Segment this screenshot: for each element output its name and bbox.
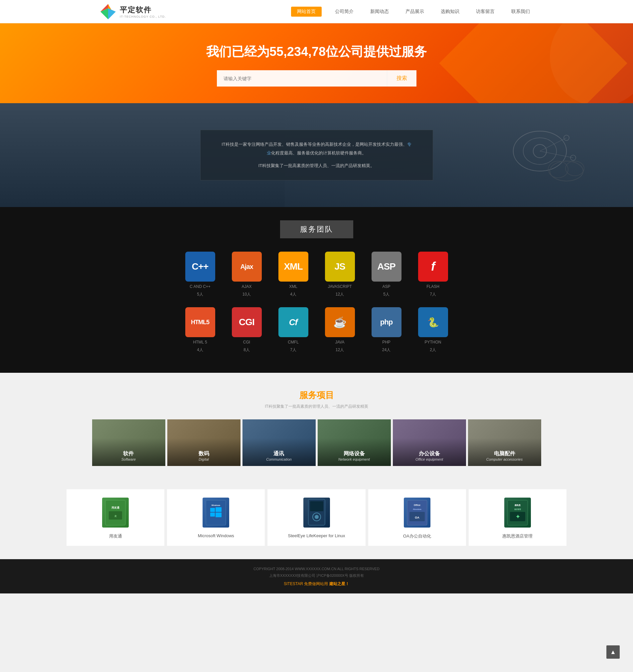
nav-item-news[interactable]: 新闻动态 bbox=[367, 7, 392, 16]
nav-item-about[interactable]: 公司简介 bbox=[332, 7, 357, 16]
php-icon: php bbox=[372, 307, 402, 337]
js-icon: JS bbox=[325, 251, 355, 282]
logo-subtitle: IT-TECHNOLOGY CO., LTD. bbox=[120, 15, 166, 18]
about-text2: IT科技聚集了一批高素质的管理人员、一流的产品研发精英。 bbox=[221, 162, 413, 170]
team-item-python: 🐍 PYTHON 2人 bbox=[415, 307, 451, 353]
hero-banner: 我们已经为55,234,78位公司提供过服务 搜索 bbox=[0, 23, 633, 103]
team-item-xml: XML XML 4人 bbox=[275, 251, 312, 297]
service-card-office[interactable]: 办公设备 Office equipment bbox=[393, 419, 466, 466]
svg-rect-26 bbox=[210, 512, 215, 517]
nav-item-home[interactable]: 网站首页 bbox=[291, 7, 322, 17]
product-box-windows: Windows bbox=[203, 498, 229, 528]
service-digital-sub: Digital bbox=[199, 457, 209, 461]
product-box-hotel: 惠凯恩 酒店管理 ✦ bbox=[504, 498, 531, 528]
flash-label: FLASH bbox=[426, 284, 439, 289]
asp-icon: ASP bbox=[372, 251, 402, 282]
ajax-icon: Ajax bbox=[232, 251, 262, 282]
svg-rect-27 bbox=[216, 512, 222, 517]
xml-count: 4人 bbox=[290, 292, 296, 297]
flash-icon: f bbox=[418, 251, 448, 282]
svg-point-32 bbox=[315, 515, 319, 519]
service-office-title: 办公设备 bbox=[415, 450, 443, 457]
svg-rect-24 bbox=[210, 508, 215, 512]
svg-text:友: 友 bbox=[114, 515, 117, 517]
svg-marker-3 bbox=[108, 8, 116, 19]
python-label: PYTHON bbox=[425, 340, 441, 344]
team-item-html5: HTML5 HTML 5 4人 bbox=[182, 307, 219, 353]
service-subtitle: IT科技聚集了一批高素质的管理人员、一流的产品研发精英 bbox=[67, 404, 566, 409]
svg-rect-30 bbox=[310, 501, 323, 511]
svg-text:惠凯恩: 惠凯恩 bbox=[514, 504, 521, 506]
team-item-js: JS JAVASCRIPT 12人 bbox=[322, 251, 358, 297]
main-nav: 网站首页 公司简介 新闻动态 产品展示 选购知识 访客留言 联系我们 bbox=[291, 7, 533, 17]
product-box-yyt: 用友通 友 bbox=[102, 498, 129, 528]
product-card-windows[interactable]: Windows Microsoft Windows bbox=[167, 489, 265, 546]
cpp-icon: C++ bbox=[185, 251, 215, 282]
about-link[interactable]: 专业 bbox=[267, 142, 411, 155]
service-computer-title: 电脑配件 bbox=[486, 450, 523, 457]
cmfl-icon: Cf bbox=[278, 307, 308, 337]
product-box-steeleye bbox=[303, 498, 330, 528]
nav-item-guestbook[interactable]: 访客留言 bbox=[473, 7, 498, 16]
product-label-yyt: 用友通 bbox=[109, 533, 122, 539]
cmfl-count: 7人 bbox=[290, 347, 296, 353]
java-icon: ☕ bbox=[325, 307, 355, 337]
product-label-hotel: 惠凯恩酒店管理 bbox=[502, 533, 533, 539]
logo-name: 平定软件 bbox=[120, 5, 166, 15]
product-label-oa: OA办公自动化 bbox=[403, 533, 431, 539]
team-item-php: php PHP 24人 bbox=[368, 307, 405, 353]
svg-text:酒店管理: 酒店管理 bbox=[514, 508, 521, 510]
team-section: 服务团队 C++ C AND C++ 5人 Ajax AJAX 10人 XML … bbox=[0, 207, 633, 373]
xml-icon: XML bbox=[278, 251, 308, 282]
html5-count: 4人 bbox=[197, 347, 203, 353]
service-card-software[interactable]: 软件 Software bbox=[92, 419, 165, 466]
js-label: JAVASCRIPT bbox=[328, 284, 352, 289]
nav-item-products[interactable]: 产品展示 bbox=[402, 7, 427, 16]
python-count: 2人 bbox=[430, 347, 436, 353]
service-network-title: 网络设备 bbox=[338, 450, 370, 457]
hero-title: 我们已经为55,234,78位公司提供过服务 bbox=[7, 43, 626, 60]
service-card-network[interactable]: 网络设备 Network equipment bbox=[318, 419, 391, 466]
team-item-java: ☕ JAVA 12人 bbox=[322, 307, 358, 353]
cgi-label: CGI bbox=[243, 340, 250, 344]
service-computer-sub: Computer accessories bbox=[486, 457, 523, 461]
team-item-ajax: Ajax AJAX 10人 bbox=[229, 251, 265, 297]
service-card-digital[interactable]: 数码 Digital bbox=[167, 419, 240, 466]
search-input[interactable] bbox=[217, 70, 387, 87]
logo-text: 平定软件 IT-TECHNOLOGY CO., LTD. bbox=[120, 5, 166, 18]
html5-label: HTML 5 bbox=[193, 340, 207, 344]
team-item-cmfl: Cf CMFL 7人 bbox=[275, 307, 312, 353]
product-card-steeleye[interactable]: SteelEye LifeKeeper for Linux bbox=[268, 489, 365, 546]
service-office-sub: Office equipment bbox=[415, 457, 443, 461]
product-card-yyt[interactable]: 用友通 友 用友通 bbox=[67, 489, 164, 546]
asp-count: 5人 bbox=[383, 292, 389, 297]
about-section: IT科技是一家专注网络产品开发、销售及服务等业务的高新技术企业，是网站开发技术实… bbox=[0, 103, 633, 207]
product-img-oa: Office Absolute OA bbox=[401, 496, 434, 529]
product-card-oa[interactable]: Office Absolute OA OA办公自动化 bbox=[368, 489, 466, 546]
svg-text:✦: ✦ bbox=[515, 514, 520, 520]
product-label-steeleye: SteelEye LifeKeeper for Linux bbox=[288, 533, 345, 538]
cpp-count: 5人 bbox=[197, 292, 203, 297]
products-section: 用友通 友 用友通 Windows bbox=[0, 483, 633, 559]
python-icon: 🐍 bbox=[418, 307, 448, 337]
java-label: JAVA bbox=[335, 340, 344, 344]
team-title: 服务团队 bbox=[280, 220, 353, 238]
service-network-sub: Network equipment bbox=[338, 457, 370, 461]
hero-search-bar: 搜索 bbox=[217, 70, 416, 87]
cpp-label: C AND C++ bbox=[189, 284, 210, 289]
product-card-hotel[interactable]: 惠凯恩 酒店管理 ✦ 惠凯恩酒店管理 bbox=[469, 489, 566, 546]
footer: COPYRIGHT 2008-2014 WWW.XXXXXX.COM.CN AL… bbox=[0, 559, 633, 594]
ajax-label: AJAX bbox=[242, 284, 251, 289]
product-label-windows: Microsoft Windows bbox=[198, 533, 234, 538]
java-count: 12人 bbox=[336, 347, 344, 353]
search-button[interactable]: 搜索 bbox=[387, 70, 416, 87]
service-card-comm[interactable]: 通讯 Communication bbox=[243, 419, 316, 466]
service-software-sub: Software bbox=[121, 457, 136, 461]
php-count: 24人 bbox=[382, 347, 390, 353]
product-img-hotel: 惠凯恩 酒店管理 ✦ bbox=[501, 496, 534, 529]
nav-item-knowledge[interactable]: 选购知识 bbox=[437, 7, 463, 16]
service-card-computer[interactable]: 电脑配件 Computer accessories bbox=[468, 419, 541, 466]
product-img-yyt: 用友通 友 bbox=[99, 496, 132, 529]
nav-item-contact[interactable]: 联系我们 bbox=[508, 7, 533, 16]
svg-text:用友通: 用友通 bbox=[111, 506, 120, 509]
